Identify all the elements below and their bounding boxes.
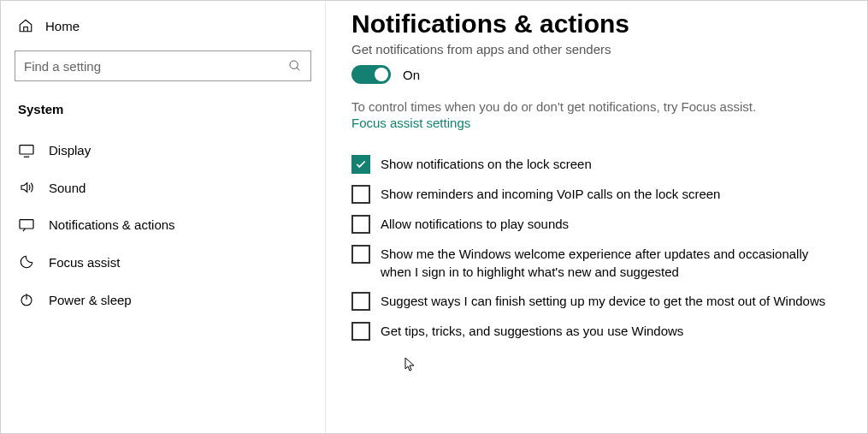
focus-assist-icon [18, 254, 35, 270]
sidebar-item-label: Notifications & actions [49, 217, 175, 232]
home-icon [18, 18, 33, 33]
sidebar-item-power-sleep[interactable]: Power & sleep [1, 281, 325, 318]
search-box[interactable] [15, 51, 311, 81]
checkbox[interactable] [351, 292, 370, 311]
main-panel: Notifications & actions Get notification… [326, 1, 867, 433]
toggle-state-label: On [403, 68, 420, 82]
display-icon [18, 144, 35, 158]
svg-rect-2 [20, 219, 33, 228]
sidebar-item-label: Power & sleep [49, 293, 132, 307]
checkbox-row-windows-welcome[interactable]: Show me the Windows welcome experience a… [351, 244, 841, 281]
checkbox[interactable] [351, 245, 370, 264]
power-icon [18, 292, 35, 307]
checkbox[interactable] [351, 155, 370, 174]
checkbox-label: Show me the Windows welcome experience a… [381, 244, 841, 281]
notifications-toggle[interactable] [351, 65, 391, 84]
search-input[interactable] [24, 59, 288, 74]
checkbox-row-finish-setting-up[interactable]: Suggest ways I can finish setting up my … [351, 291, 841, 311]
toggle-knob [375, 68, 388, 81]
sound-icon [18, 180, 35, 195]
sidebar-item-focus-assist[interactable]: Focus assist [1, 243, 325, 281]
checkbox-list: Show notifications on the lock screen Sh… [351, 154, 841, 341]
checkbox-row-lock-screen-notifications[interactable]: Show notifications on the lock screen [351, 154, 841, 174]
notifications-sub-label: Get notifications from apps and other se… [351, 42, 841, 56]
svg-point-0 [290, 61, 298, 68]
sidebar-item-label: Display [49, 143, 91, 158]
home-label: Home [45, 19, 80, 33]
checkbox-label: Show notifications on the lock screen [381, 154, 592, 173]
sidebar-item-label: Focus assist [49, 255, 120, 270]
category-header: System [1, 97, 325, 132]
checkbox-row-reminders-voip[interactable]: Show reminders and incoming VoIP calls o… [351, 184, 841, 204]
focus-assist-settings-link[interactable]: Focus assist settings [351, 116, 470, 130]
checkbox-label: Show reminders and incoming VoIP calls o… [381, 184, 720, 203]
checkbox-row-play-sounds[interactable]: Allow notifications to play sounds [351, 214, 841, 234]
sidebar-item-display[interactable]: Display [1, 132, 325, 169]
search-icon [288, 59, 302, 73]
checkbox-label: Get tips, tricks, and suggestions as you… [381, 321, 683, 340]
checkbox-row-tips-tricks[interactable]: Get tips, tricks, and suggestions as you… [351, 321, 841, 341]
checkbox[interactable] [351, 322, 370, 341]
sidebar-item-label: Sound [49, 181, 86, 195]
home-button[interactable]: Home [1, 11, 325, 40]
checkbox-label: Allow notifications to play sounds [381, 214, 569, 233]
checkbox[interactable] [351, 215, 370, 234]
checkbox[interactable] [351, 185, 370, 204]
checkbox-label: Suggest ways I can finish setting up my … [381, 291, 825, 310]
notifications-icon [18, 218, 35, 232]
sidebar-item-sound[interactable]: Sound [1, 169, 325, 206]
notifications-toggle-row: On [351, 65, 841, 84]
page-title: Notifications & actions [351, 9, 841, 39]
sidebar: Home System Display Sound Notifications … [1, 1, 326, 433]
svg-rect-1 [20, 145, 33, 153]
sidebar-item-notifications[interactable]: Notifications & actions [1, 206, 325, 243]
focus-assist-helper-text: To control times when you do or don't ge… [351, 99, 841, 114]
